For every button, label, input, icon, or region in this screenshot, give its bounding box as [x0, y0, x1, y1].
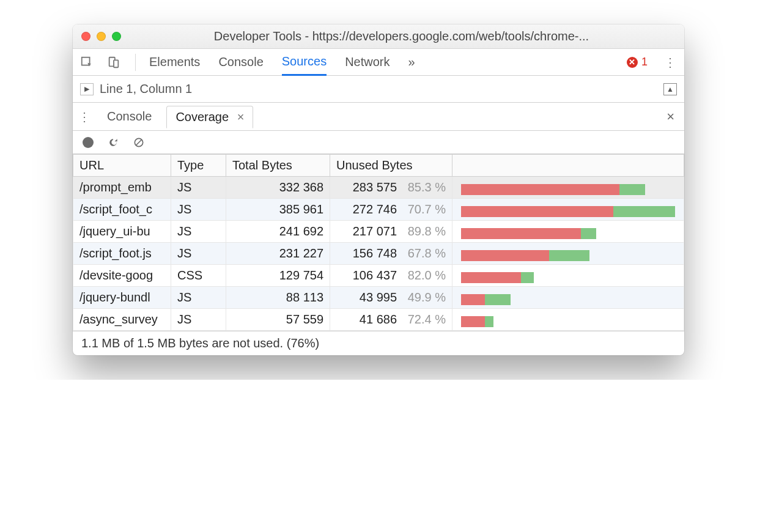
- usage-bar-unused: [461, 184, 619, 195]
- collapse-panel-icon[interactable]: ▲: [663, 83, 677, 95]
- usage-bar: [461, 272, 534, 283]
- svg-line-4: [136, 139, 142, 146]
- main-tabs: Elements Console Sources Network »: [149, 49, 415, 75]
- cursor-position: Line 1, Column 1: [100, 82, 192, 96]
- usage-bar-used: [549, 250, 590, 261]
- col-total-bytes[interactable]: Total Bytes: [226, 155, 330, 177]
- unused-bytes-value: 43 995: [342, 290, 397, 305]
- col-visualization[interactable]: [452, 155, 684, 177]
- drawer-tab-console[interactable]: Console: [98, 106, 160, 127]
- cell-url: /async_survey: [73, 309, 171, 331]
- kebab-menu-icon[interactable]: ⋮: [662, 54, 678, 70]
- cell-type: JS: [171, 243, 226, 265]
- col-unused-bytes[interactable]: Unused Bytes: [330, 155, 452, 177]
- table-row[interactable]: /jquery-bundlJS88 11343 99549.9 %: [73, 287, 684, 309]
- cell-usage-bar: [452, 221, 684, 243]
- cell-unused-bytes: 272 74670.7 %: [330, 199, 452, 221]
- tab-elements[interactable]: Elements: [149, 49, 200, 75]
- svg-rect-2: [114, 60, 118, 67]
- reload-button-icon[interactable]: [107, 136, 119, 149]
- cell-unused-bytes: 106 43782.0 %: [330, 265, 452, 287]
- table-row[interactable]: /async_surveyJS57 55941 68672.4 %: [73, 309, 684, 331]
- usage-bar-unused: [461, 250, 549, 261]
- usage-bar: [461, 250, 589, 261]
- coverage-summary: 1.1 MB of 1.5 MB bytes are not used. (76…: [73, 331, 684, 355]
- usage-bar: [461, 206, 675, 217]
- cell-usage-bar: [452, 199, 684, 221]
- cell-type: CSS: [171, 265, 226, 287]
- table-row[interactable]: /devsite-googCSS129 754106 43782.0 %: [73, 265, 684, 287]
- cell-unused-bytes: 41 68672.4 %: [330, 309, 452, 331]
- clear-button-icon[interactable]: [133, 136, 145, 149]
- usage-bar-unused: [461, 206, 613, 217]
- cell-usage-bar: [452, 309, 684, 331]
- cell-usage-bar: [452, 265, 684, 287]
- tab-network[interactable]: Network: [345, 49, 390, 75]
- usage-bar-used: [485, 294, 511, 305]
- usage-bar-used: [521, 272, 534, 283]
- coverage-table: URL Type Total Bytes Unused Bytes /promp…: [73, 154, 684, 331]
- cell-total-bytes: 241 692: [226, 221, 330, 243]
- window-titlebar: Developer Tools - https://developers.goo…: [73, 24, 684, 49]
- unused-bytes-pct: 70.7 %: [403, 202, 446, 216]
- window-title: Developer Tools - https://developers.goo…: [127, 29, 676, 43]
- cell-usage-bar: [452, 243, 684, 265]
- error-count-badge[interactable]: ✕ 1: [627, 56, 648, 68]
- cell-total-bytes: 231 227: [226, 243, 330, 265]
- cell-type: JS: [171, 287, 226, 309]
- close-tab-icon[interactable]: ×: [237, 110, 245, 124]
- unused-bytes-pct: 89.8 %: [403, 224, 446, 238]
- tab-sources[interactable]: Sources: [282, 50, 327, 76]
- cell-unused-bytes: 217 07189.8 %: [330, 221, 452, 243]
- inspect-element-icon[interactable]: [79, 54, 95, 70]
- unused-bytes-pct: 67.8 %: [403, 246, 446, 260]
- usage-bar-used: [619, 184, 645, 195]
- cell-total-bytes: 57 559: [226, 309, 330, 331]
- cell-url: /jquery-bundl: [73, 287, 171, 309]
- table-row[interactable]: /script_foot.jsJS231 227156 74867.8 %: [73, 243, 684, 265]
- record-button-icon[interactable]: [83, 137, 94, 148]
- cell-unused-bytes: 283 57585.3 %: [330, 177, 452, 199]
- unused-bytes-value: 106 437: [342, 268, 397, 283]
- minimize-window-button[interactable]: [97, 32, 106, 41]
- run-snippet-icon[interactable]: ▶: [80, 83, 94, 95]
- coverage-toolbar: [73, 131, 684, 154]
- cell-url: /script_foot_c: [73, 199, 171, 221]
- cell-total-bytes: 129 754: [226, 265, 330, 287]
- cell-total-bytes: 88 113: [226, 287, 330, 309]
- col-url[interactable]: URL: [73, 155, 171, 177]
- cell-type: JS: [171, 199, 226, 221]
- drawer-tab-coverage[interactable]: Coverage ×: [166, 106, 253, 128]
- col-type[interactable]: Type: [171, 155, 226, 177]
- cell-url: /prompt_emb: [73, 177, 171, 199]
- devtools-tabbar: Elements Console Sources Network » ✕ 1 ⋮: [73, 49, 684, 76]
- zoom-window-button[interactable]: [112, 32, 121, 41]
- unused-bytes-value: 272 746: [342, 202, 397, 216]
- table-row[interactable]: /script_foot_cJS385 961272 74670.7 %: [73, 199, 684, 221]
- window-traffic-lights: [81, 32, 121, 41]
- drawer-tab-coverage-label: Coverage: [175, 110, 229, 124]
- usage-bar-unused: [461, 272, 521, 283]
- tab-console[interactable]: Console: [218, 49, 263, 75]
- drawer-menu-icon[interactable]: ⋮: [78, 109, 92, 124]
- cell-usage-bar: [452, 287, 684, 309]
- cell-total-bytes: 332 368: [226, 177, 330, 199]
- close-window-button[interactable]: [81, 32, 90, 41]
- tabs-overflow-icon[interactable]: »: [408, 49, 415, 75]
- usage-bar: [461, 184, 645, 195]
- cell-type: JS: [171, 309, 226, 331]
- close-drawer-icon[interactable]: ×: [662, 109, 679, 125]
- device-toolbar-icon[interactable]: [106, 54, 122, 70]
- cell-usage-bar: [452, 177, 684, 199]
- table-header-row: URL Type Total Bytes Unused Bytes: [73, 155, 684, 177]
- usage-bar: [461, 228, 596, 239]
- error-icon: ✕: [627, 57, 638, 68]
- table-row[interactable]: /jquery_ui-buJS241 692217 07189.8 %: [73, 221, 684, 243]
- unused-bytes-pct: 82.0 %: [403, 268, 446, 283]
- divider: [135, 54, 136, 71]
- usage-bar-unused: [461, 228, 581, 239]
- table-row[interactable]: /prompt_embJS332 368283 57585.3 %: [73, 177, 684, 199]
- cell-total-bytes: 385 961: [226, 199, 330, 221]
- cell-url: /script_foot.js: [73, 243, 171, 265]
- cell-type: JS: [171, 177, 226, 199]
